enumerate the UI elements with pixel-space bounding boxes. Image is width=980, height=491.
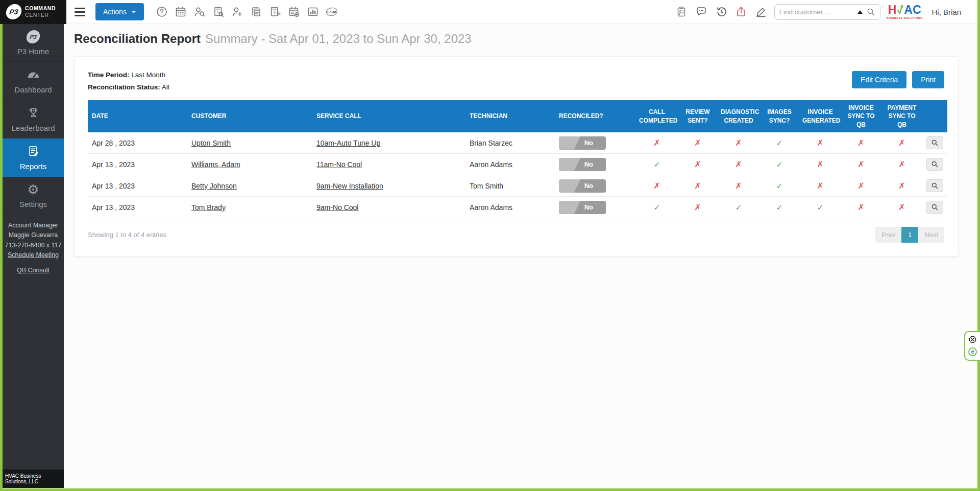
menu-toggle-icon[interactable] — [75, 8, 85, 16]
sidebar: P3 P3 Home Dashboard Leaderboard Reports… — [3, 24, 64, 488]
collapse-triangle-icon[interactable] — [857, 10, 863, 14]
current-page-button[interactable]: 1 — [901, 227, 918, 243]
history-icon[interactable] — [715, 5, 728, 19]
schedule-meeting-link[interactable]: Schedule Meeting — [8, 250, 59, 260]
customer-cell: Tom Brady — [187, 197, 312, 218]
chevron-down-icon — [131, 11, 136, 13]
service-call-link[interactable]: 11am-No Cool — [316, 160, 362, 169]
cross-icon: ✗ — [817, 160, 823, 169]
app-logo[interactable]: P3 COMMAND CENTER — [0, 0, 66, 24]
search-icon[interactable] — [866, 7, 875, 16]
chat-icon[interactable] — [695, 5, 708, 19]
service-call-link[interactable]: 10am-Auto Tune Up — [316, 139, 380, 147]
customer-search-icon[interactable] — [193, 5, 207, 19]
edit-criteria-button[interactable]: Edit Criteria — [852, 71, 906, 88]
cross-icon: ✗ — [898, 203, 905, 212]
sidebar-item-label: Settings — [19, 200, 47, 208]
customer-cell: Williams, Adam — [187, 154, 312, 175]
check-icon: ✓ — [736, 203, 742, 212]
sidebar-item-dashboard[interactable]: Dashboard — [3, 62, 64, 100]
row-detail-search-button[interactable] — [926, 136, 943, 149]
status-cell: ✗ — [677, 197, 718, 218]
sidebar-item-p3-home[interactable]: P3 P3 Home — [3, 24, 64, 62]
account-manager-phone: 713-270-6400 x 117 — [5, 241, 62, 250]
table-row: Apr 13 , 2023Tom Brady9am-No CoolAaron A… — [88, 197, 947, 218]
row-detail-search-button[interactable] — [926, 179, 943, 192]
customer-cell: Upton Smith — [187, 132, 312, 154]
customer-link[interactable]: Betty Johnson — [191, 182, 237, 190]
print-button[interactable]: Print — [912, 71, 944, 88]
help-icon[interactable] — [155, 5, 169, 19]
status-cell: ✓ — [636, 154, 677, 175]
customer-link[interactable]: Upton Smith — [191, 139, 231, 147]
cross-icon: ✗ — [857, 138, 864, 147]
search-input[interactable] — [779, 8, 854, 16]
app-frame: P3 COMMAND CENTER Actions $ — [0, 0, 980, 491]
cross-icon: ✗ — [898, 138, 905, 147]
sidebar-item-label: P3 Home — [17, 47, 50, 56]
copy-documents-icon[interactable] — [250, 5, 263, 19]
column-header: SERVICE CALL — [312, 100, 465, 132]
add-customer-icon[interactable] — [231, 5, 244, 19]
app-logo-text: COMMAND CENTER — [25, 5, 56, 18]
time-period-label: Time Period: — [88, 71, 130, 79]
sidebar-item-label: Dashboard — [14, 85, 52, 94]
technician-cell: Aaron Adams — [465, 197, 555, 218]
reports-chart-icon[interactable] — [306, 5, 320, 19]
check-icon: ✓ — [654, 203, 660, 212]
technician-cell: Tom Smith — [465, 175, 555, 197]
column-header: RECONCILED? — [555, 100, 636, 132]
status-cell: ✗ — [636, 132, 677, 154]
customer-link[interactable]: Williams, Adam — [191, 160, 240, 169]
reconciled-toggle[interactable]: No — [559, 179, 606, 193]
esm-badge-icon[interactable]: ESM — [325, 5, 339, 19]
report-icon — [27, 145, 40, 158]
cross-icon: ✗ — [857, 160, 864, 169]
reconciled-cell: No — [555, 154, 636, 175]
service-call-link[interactable]: 9am-New Installation — [316, 182, 383, 190]
widget-logo-icon[interactable]: e — [968, 347, 977, 356]
check-icon: ✓ — [654, 160, 660, 169]
status-cell: ✓ — [759, 175, 800, 197]
customer-search-box[interactable] — [774, 4, 880, 20]
prev-page-button[interactable]: Prev — [875, 227, 901, 243]
invoice-search-icon[interactable]: $ — [212, 5, 226, 19]
checklist-icon[interactable] — [675, 5, 689, 19]
add-appointment-icon[interactable] — [287, 5, 301, 19]
reconciliation-status-label: Reconciliation Status: — [88, 83, 160, 91]
service-call-cell: 10am-Auto Tune Up — [312, 132, 465, 154]
account-manager-title: Account Manager — [5, 221, 62, 230]
cross-icon: ✗ — [898, 160, 905, 169]
logo-line2: CENTER — [25, 12, 56, 18]
status-cell: ✗ — [636, 175, 677, 197]
status-cell: ✗ — [841, 132, 881, 154]
reconciled-toggle[interactable]: No — [559, 136, 606, 150]
sidebar-item-reports[interactable]: Reports — [3, 138, 64, 177]
row-detail-search-button[interactable] — [926, 158, 943, 171]
qb-consult-link[interactable]: QB Consult — [17, 266, 50, 275]
page-header: Reconciliation ReportSummary - Sat Apr 0… — [64, 24, 977, 54]
date-cell: Apr 13 , 2023 — [88, 175, 187, 197]
customer-link[interactable]: Tom Brady — [191, 203, 226, 212]
add-invoice-icon[interactable]: $ — [268, 5, 282, 19]
close-icon[interactable] — [969, 336, 976, 343]
column-header: DIAGNOSTIC CREATED — [718, 100, 759, 132]
calendar-icon[interactable] — [174, 5, 188, 19]
status-cell: ✗ — [881, 175, 922, 197]
topbar: P3 COMMAND CENTER Actions $ — [3, 0, 977, 24]
pagination: Prev 1 Next — [875, 227, 944, 243]
edit-icon[interactable] — [754, 5, 768, 19]
next-page-button[interactable]: Next — [918, 227, 944, 243]
sidebar-item-settings[interactable]: ⚙ Settings — [3, 177, 64, 215]
sidebar-item-leaderboard[interactable]: Leaderboard — [3, 100, 64, 138]
reconciled-toggle[interactable]: No — [559, 201, 606, 214]
time-period-value: Last Month — [131, 71, 165, 79]
service-call-link[interactable]: 9am-No Cool — [316, 203, 358, 212]
status-cell: ✓ — [759, 132, 800, 154]
status-cell: ✗ — [677, 132, 718, 154]
reconciled-toggle[interactable]: No — [559, 158, 606, 171]
row-detail-search-button[interactable] — [926, 201, 943, 214]
actions-button[interactable]: Actions — [95, 3, 144, 20]
export-icon[interactable] — [734, 5, 748, 19]
column-header: TECHNICIAN — [465, 100, 555, 132]
